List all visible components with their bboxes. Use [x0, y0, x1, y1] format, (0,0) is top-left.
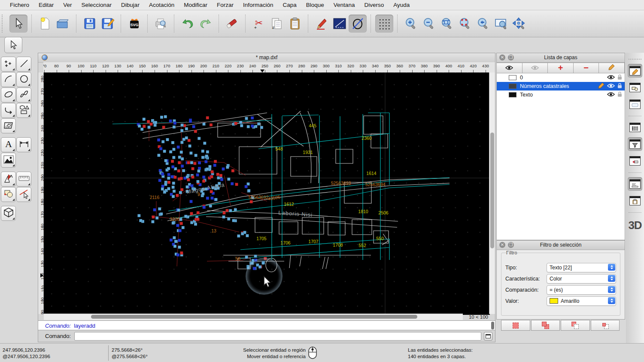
- polyline-tool-button[interactable]: [1, 103, 16, 118]
- menu-ver[interactable]: Ver: [58, 0, 76, 10]
- menu-forzar[interactable]: Forzar: [212, 0, 238, 10]
- layer-lock-icon[interactable]: [617, 74, 622, 81]
- layer-visibility-eye-icon[interactable]: [607, 83, 615, 90]
- draw-pencil-button[interactable]: [313, 15, 331, 33]
- pan-button[interactable]: [510, 15, 528, 33]
- svg-export-button[interactable]: SVG: [125, 15, 143, 33]
- circle-tool-button[interactable]: [16, 72, 31, 87]
- spline-tool-button[interactable]: [16, 87, 31, 103]
- print-preview-button[interactable]: [152, 15, 170, 33]
- layer-lock-icon[interactable]: [617, 91, 622, 98]
- menu-fichero[interactable]: Fichero: [5, 0, 34, 10]
- layer-visibility-eye-icon[interactable]: [607, 75, 615, 81]
- layer-edit-pencil-icon[interactable]: [598, 82, 605, 90]
- box3d-tool-button[interactable]: [1, 206, 16, 221]
- layer-row-texto[interactable]: Texto: [497, 90, 625, 99]
- dock-icon[interactable]: ❐: [508, 242, 514, 248]
- menu-ventana[interactable]: Ventana: [329, 0, 360, 10]
- layer-eye-on-button[interactable]: [496, 63, 522, 73]
- layer-list-panel-toggle[interactable]: [628, 121, 642, 134]
- new-file-button[interactable]: [36, 15, 54, 33]
- remove-from-selection-button[interactable]: [561, 320, 590, 331]
- property-editor-panel-toggle[interactable]: [628, 64, 642, 78]
- layer-pencil-button[interactable]: [598, 63, 625, 73]
- layer-row-0[interactable]: 0: [497, 73, 625, 82]
- arc-tool-button[interactable]: [1, 72, 16, 87]
- copy-button[interactable]: +: [268, 15, 286, 33]
- grid-toggle-button[interactable]: [375, 15, 393, 33]
- 3d-toolbar-label[interactable]: 3D: [628, 219, 641, 232]
- eraser-button[interactable]: [223, 15, 241, 33]
- document-title-bar[interactable]: * map.dxf: [38, 53, 495, 63]
- measure-tool-button[interactable]: [16, 172, 31, 187]
- dock-icon[interactable]: ❐: [508, 54, 514, 60]
- dimension-tool-button[interactable]: [16, 137, 31, 152]
- layer-plus-button[interactable]: +: [547, 63, 574, 73]
- layer-minus-button[interactable]: −: [573, 63, 599, 73]
- menu-acotación[interactable]: Acotación: [144, 0, 179, 10]
- drawing-canvas[interactable]: 4452360548193116141612181025061705170617…: [44, 72, 490, 315]
- zoom-out-button[interactable]: [420, 15, 438, 33]
- menu-ayuda[interactable]: Ayuda: [389, 0, 414, 10]
- menu-editar[interactable]: Editar: [34, 0, 58, 10]
- block-list-panel-toggle[interactable]: [628, 81, 642, 94]
- library-browser-panel-toggle[interactable]: [628, 97, 642, 111]
- hscroll-thumb[interactable]: [91, 315, 417, 319]
- select-line-tool-button[interactable]: [16, 187, 31, 202]
- layer-eye-off-button[interactable]: [522, 63, 548, 73]
- menu-modificar[interactable]: Modificar: [179, 0, 212, 10]
- zoom-previous-button[interactable]: [474, 15, 492, 33]
- menu-seleccionar[interactable]: Seleccionar: [77, 0, 117, 10]
- undo-button[interactable]: [179, 15, 197, 33]
- clipboard-panel-panel-toggle[interactable]: [628, 194, 642, 208]
- canvas-vertical-scrollbar[interactable]: [489, 72, 495, 314]
- filter-select-valor[interactable]: Amarillo: [547, 296, 616, 306]
- line-tool-button[interactable]: [16, 57, 31, 72]
- zoom-window-button[interactable]: [492, 15, 510, 33]
- menu-capa[interactable]: Capa: [278, 0, 301, 10]
- close-icon[interactable]: ✕: [499, 54, 505, 60]
- ellipse-slash-button[interactable]: [349, 15, 367, 33]
- cut-button[interactable]: ✂+: [250, 15, 268, 33]
- filter-select-característica[interactable]: Color: [547, 274, 616, 284]
- viewport-panel-panel-toggle[interactable]: [628, 154, 642, 168]
- command-window-toggle-button[interactable]: [484, 332, 492, 341]
- save-button[interactable]: [81, 15, 99, 33]
- image-tool-button[interactable]: [1, 153, 16, 168]
- add-to-selection-button[interactable]: [531, 320, 560, 331]
- ellipse-tool-button[interactable]: [1, 87, 16, 103]
- redo-button[interactable]: [197, 15, 215, 33]
- menu-diverso[interactable]: Diverso: [359, 0, 389, 10]
- line-tool-button[interactable]: [331, 15, 349, 33]
- menu-dibujar[interactable]: Dibujar: [116, 0, 144, 10]
- zoom-in-button[interactable]: [402, 15, 420, 33]
- block-tools-tool-button[interactable]: [1, 187, 16, 202]
- layer-lock-icon[interactable]: [617, 83, 622, 90]
- open-file-button[interactable]: [54, 15, 72, 33]
- filter-select-tipo[interactable]: Texto [22]: [547, 263, 616, 272]
- pointer-button[interactable]: [9, 15, 27, 33]
- selection-filter-panel-toggle[interactable]: [628, 137, 642, 151]
- command-input[interactable]: [74, 332, 481, 341]
- shapes-tool-button[interactable]: [16, 103, 31, 118]
- text-tool-button[interactable]: A: [1, 137, 16, 152]
- layer-visibility-eye-icon[interactable]: [607, 92, 615, 98]
- paste-button[interactable]: [286, 15, 304, 33]
- zoom-auto-button[interactable]: [438, 15, 456, 33]
- menu-información[interactable]: Información: [238, 0, 278, 10]
- hatch-tool-button[interactable]: [1, 118, 16, 133]
- close-icon[interactable]: ✕: [499, 242, 505, 248]
- layer-row-números-catastrales[interactable]: Números catastrales: [497, 82, 625, 90]
- command-line-panel-toggle[interactable]: [628, 177, 642, 191]
- zoom-selection-button[interactable]: [456, 15, 474, 33]
- cad-tools-tool-button[interactable]: [1, 172, 16, 187]
- intersect-selection-button[interactable]: [591, 320, 620, 331]
- canvas-horizontal-scrollbar[interactable]: [44, 314, 463, 320]
- history-scrollbar[interactable]: [491, 322, 494, 329]
- filter-select-comparación[interactable]: = (es): [547, 285, 616, 295]
- pointer-snap-button[interactable]: [4, 37, 22, 53]
- menu-bloque[interactable]: Bloque: [301, 0, 329, 10]
- vscroll-thumb[interactable]: [490, 133, 494, 248]
- replace-selection-button[interactable]: [501, 320, 530, 331]
- point-tool-button[interactable]: [1, 57, 16, 72]
